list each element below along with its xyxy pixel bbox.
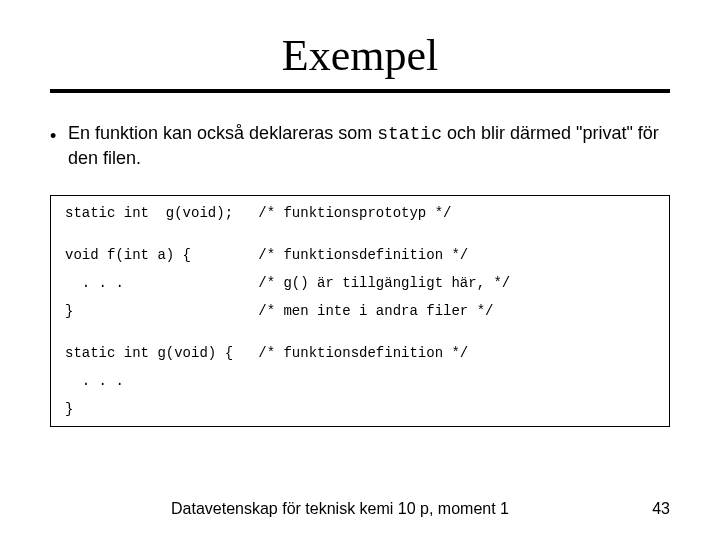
bullet-pre: En funktion kan också deklareras som (68, 123, 377, 143)
footer-page: 43 (630, 500, 670, 518)
bullet-item: • En funktion kan också deklareras som s… (50, 121, 670, 171)
slide-title: Exempel (50, 30, 670, 81)
slide: Exempel • En funktion kan också deklarer… (0, 0, 720, 540)
bullet-text: En funktion kan också deklareras som sta… (68, 121, 670, 171)
title-divider (50, 89, 670, 93)
footer-course: Datavetenskap för teknisk kemi 10 p, mom… (50, 500, 630, 518)
code-block: static int g(void); /* funktionsprototyp… (50, 195, 670, 427)
footer: Datavetenskap för teknisk kemi 10 p, mom… (0, 500, 720, 518)
bullet-marker: • (50, 121, 68, 148)
bullet-code: static (377, 124, 442, 144)
